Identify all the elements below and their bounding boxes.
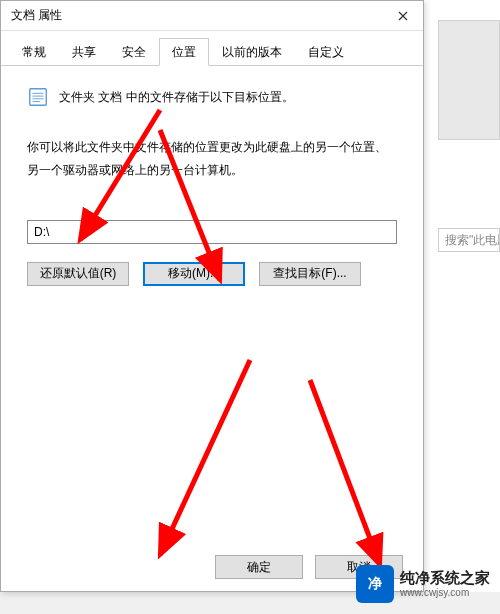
restore-default-button[interactable]: 还原默认值(R) <box>27 262 129 286</box>
tab-general[interactable]: 常规 <box>9 38 59 66</box>
tab-security[interactable]: 安全 <box>109 38 159 66</box>
tab-content: 文件夹 文档 中的文件存储于以下目标位置。 你可以将此文件夹中文件存储的位置更改… <box>1 66 423 300</box>
titlebar: 文档 属性 <box>1 1 423 31</box>
properties-dialog: 文档 属性 常规 共享 安全 位置 以前的版本 自定义 文件夹 文档 中的文件存… <box>0 0 424 592</box>
tab-customize[interactable]: 自定义 <box>295 38 357 66</box>
close-button[interactable] <box>389 6 417 26</box>
move-button[interactable]: 移动(M)... <box>143 262 245 286</box>
path-input[interactable] <box>27 220 397 244</box>
window-title: 文档 属性 <box>11 7 62 24</box>
button-row: 还原默认值(R) 移动(M)... 查找目标(F)... <box>27 262 397 286</box>
watermark-name: 纯净系统之家 <box>400 569 490 587</box>
tab-sharing[interactable]: 共享 <box>59 38 109 66</box>
watermark-url: www.cwjsy.com <box>400 587 490 599</box>
tab-location[interactable]: 位置 <box>159 38 209 66</box>
svg-rect-0 <box>30 89 47 106</box>
tab-strip: 常规 共享 安全 位置 以前的版本 自定义 <box>1 31 423 66</box>
background-grey-block <box>438 20 500 140</box>
search-field-partial[interactable]: 搜索"此电脑 <box>438 228 500 252</box>
watermark-logo-icon: 净 <box>356 565 394 603</box>
watermark: 净 纯净系统之家 www.cwjsy.com <box>356 556 500 612</box>
description-text: 你可以将此文件夹中文件存储的位置更改为此硬盘上的另一个位置、另一个驱动器或网络上… <box>27 136 397 182</box>
info-row: 文件夹 文档 中的文件存储于以下目标位置。 <box>27 86 397 108</box>
info-text: 文件夹 文档 中的文件存储于以下目标位置。 <box>59 86 294 106</box>
watermark-text: 纯净系统之家 www.cwjsy.com <box>400 569 490 599</box>
ok-button[interactable]: 确定 <box>215 555 303 579</box>
tab-previous-versions[interactable]: 以前的版本 <box>209 38 295 66</box>
close-icon <box>398 11 408 21</box>
find-target-button[interactable]: 查找目标(F)... <box>259 262 361 286</box>
document-folder-icon <box>27 86 49 108</box>
